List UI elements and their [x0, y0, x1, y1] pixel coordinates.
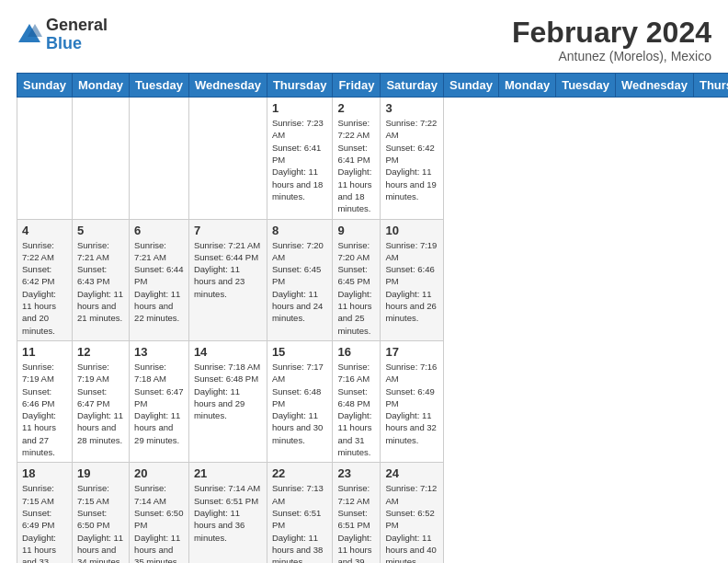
logo-general: General [46, 17, 108, 35]
calendar-cell: 21Sunrise: 7:14 AM Sunset: 6:51 PM Dayli… [188, 463, 267, 563]
day-info: Sunrise: 7:21 AM Sunset: 6:44 PM Dayligh… [134, 239, 184, 325]
day-info: Sunrise: 7:19 AM Sunset: 6:46 PM Dayligh… [385, 239, 438, 325]
logo: General Blue [17, 17, 108, 53]
header: General Blue February 2024 Antunez (More… [17, 17, 711, 63]
page: General Blue February 2024 Antunez (More… [0, 0, 728, 563]
day-info: Sunrise: 7:22 AM Sunset: 6:42 PM Dayligh… [385, 117, 438, 202]
day-info: Sunrise: 7:19 AM Sunset: 6:47 PM Dayligh… [77, 361, 124, 446]
day-number: 17 [385, 345, 438, 359]
day-number: 18 [22, 466, 67, 480]
calendar-cell [130, 98, 189, 219]
day-number: 14 [194, 345, 262, 359]
weekday-header: Saturday [381, 74, 444, 98]
day-info: Sunrise: 7:20 AM Sunset: 6:45 PM Dayligh… [337, 239, 375, 337]
day-info: Sunrise: 7:15 AM Sunset: 6:49 PM Dayligh… [22, 482, 67, 563]
day-info: Sunrise: 7:20 AM Sunset: 6:45 PM Dayligh… [272, 239, 328, 325]
calendar-table: SundayMondayTuesdayWednesdayThursdayFrid… [17, 73, 728, 563]
calendar-cell: 8Sunrise: 7:20 AM Sunset: 6:45 PM Daylig… [267, 219, 333, 340]
calendar-cell: 14Sunrise: 7:18 AM Sunset: 6:48 PM Dayli… [188, 340, 267, 462]
weekday-header: Sunday [444, 74, 499, 98]
calendar-cell: 23Sunrise: 7:12 AM Sunset: 6:51 PM Dayli… [333, 463, 381, 563]
day-number: 11 [22, 345, 67, 359]
day-info: Sunrise: 7:18 AM Sunset: 6:48 PM Dayligh… [194, 361, 262, 421]
calendar-cell: 19Sunrise: 7:15 AM Sunset: 6:50 PM Dayli… [72, 463, 129, 563]
day-number: 7 [194, 224, 262, 237]
day-number: 2 [337, 101, 375, 115]
logo-blue: Blue [46, 35, 108, 53]
calendar-cell: 3Sunrise: 7:22 AM Sunset: 6:42 PM Daylig… [381, 98, 444, 219]
calendar-cell: 15Sunrise: 7:17 AM Sunset: 6:48 PM Dayli… [267, 340, 333, 462]
day-number: 5 [77, 224, 124, 237]
weekday-header: Wednesday [615, 74, 693, 98]
calendar-cell: 12Sunrise: 7:19 AM Sunset: 6:47 PM Dayli… [72, 340, 129, 462]
weekday-header: Thursday [267, 74, 333, 98]
title-block: February 2024 Antunez (Morelos), Mexico [512, 17, 711, 63]
day-info: Sunrise: 7:17 AM Sunset: 6:48 PM Dayligh… [272, 361, 328, 446]
day-number: 10 [385, 224, 438, 237]
day-number: 9 [337, 224, 375, 237]
day-number: 22 [272, 466, 328, 480]
logo-icon [17, 22, 42, 48]
day-number: 20 [134, 466, 184, 480]
day-number: 1 [272, 101, 328, 115]
calendar-cell: 7Sunrise: 7:21 AM Sunset: 6:44 PM Daylig… [188, 219, 267, 340]
day-info: Sunrise: 7:12 AM Sunset: 6:51 PM Dayligh… [337, 482, 375, 563]
calendar-cell: 22Sunrise: 7:13 AM Sunset: 6:51 PM Dayli… [267, 463, 333, 563]
calendar-week-row: 18Sunrise: 7:15 AM Sunset: 6:49 PM Dayli… [17, 463, 729, 563]
calendar-week-row: 1Sunrise: 7:23 AM Sunset: 6:41 PM Daylig… [17, 98, 729, 219]
day-info: Sunrise: 7:14 AM Sunset: 6:50 PM Dayligh… [134, 482, 184, 563]
weekday-header: Friday [333, 74, 381, 98]
calendar-subtitle: Antunez (Morelos), Mexico [512, 49, 711, 63]
calendar-cell: 6Sunrise: 7:21 AM Sunset: 6:44 PM Daylig… [130, 219, 189, 340]
weekday-header: Tuesday [130, 74, 189, 98]
calendar-cell: 4Sunrise: 7:22 AM Sunset: 6:42 PM Daylig… [17, 219, 73, 340]
weekday-header: Monday [72, 74, 129, 98]
day-number: 12 [77, 345, 124, 359]
day-info: Sunrise: 7:16 AM Sunset: 6:49 PM Dayligh… [385, 361, 438, 446]
logo-text: General Blue [46, 17, 108, 53]
day-info: Sunrise: 7:22 AM Sunset: 6:42 PM Dayligh… [22, 239, 67, 337]
day-number: 16 [337, 345, 375, 359]
day-info: Sunrise: 7:22 AM Sunset: 6:41 PM Dayligh… [337, 117, 375, 214]
day-number: 23 [337, 466, 375, 480]
day-info: Sunrise: 7:18 AM Sunset: 6:47 PM Dayligh… [134, 361, 184, 446]
day-info: Sunrise: 7:19 AM Sunset: 6:46 PM Dayligh… [22, 361, 67, 458]
day-number: 24 [385, 466, 438, 480]
day-number: 15 [272, 345, 328, 359]
calendar-week-row: 4Sunrise: 7:22 AM Sunset: 6:42 PM Daylig… [17, 219, 729, 340]
weekday-header: Monday [499, 74, 556, 98]
calendar-cell: 10Sunrise: 7:19 AM Sunset: 6:46 PM Dayli… [381, 219, 444, 340]
calendar-cell: 18Sunrise: 7:15 AM Sunset: 6:49 PM Dayli… [17, 463, 73, 563]
calendar-cell: 20Sunrise: 7:14 AM Sunset: 6:50 PM Dayli… [130, 463, 189, 563]
calendar-cell: 1Sunrise: 7:23 AM Sunset: 6:41 PM Daylig… [267, 98, 333, 219]
day-info: Sunrise: 7:12 AM Sunset: 6:52 PM Dayligh… [385, 482, 438, 563]
calendar-cell: 2Sunrise: 7:22 AM Sunset: 6:41 PM Daylig… [333, 98, 381, 219]
day-number: 8 [272, 224, 328, 237]
calendar-cell: 17Sunrise: 7:16 AM Sunset: 6:49 PM Dayli… [381, 340, 444, 462]
calendar-cell [72, 98, 129, 219]
day-info: Sunrise: 7:14 AM Sunset: 6:51 PM Dayligh… [194, 482, 262, 543]
day-number: 3 [385, 101, 438, 115]
day-number: 13 [134, 345, 184, 359]
day-info: Sunrise: 7:21 AM Sunset: 6:43 PM Dayligh… [77, 239, 124, 325]
weekday-header: Sunday [17, 74, 73, 98]
day-number: 19 [77, 466, 124, 480]
weekday-header: Thursday [693, 74, 728, 98]
day-info: Sunrise: 7:23 AM Sunset: 6:41 PM Dayligh… [272, 117, 328, 202]
day-info: Sunrise: 7:21 AM Sunset: 6:44 PM Dayligh… [194, 239, 262, 300]
calendar-title: February 2024 [512, 17, 711, 49]
day-number: 4 [22, 224, 67, 237]
calendar-week-row: 11Sunrise: 7:19 AM Sunset: 6:46 PM Dayli… [17, 340, 729, 462]
day-info: Sunrise: 7:15 AM Sunset: 6:50 PM Dayligh… [77, 482, 124, 563]
calendar-cell: 24Sunrise: 7:12 AM Sunset: 6:52 PM Dayli… [381, 463, 444, 563]
weekday-header: Tuesday [556, 74, 616, 98]
calendar-cell [17, 98, 73, 219]
day-info: Sunrise: 7:13 AM Sunset: 6:51 PM Dayligh… [272, 482, 328, 563]
calendar-cell: 9Sunrise: 7:20 AM Sunset: 6:45 PM Daylig… [333, 219, 381, 340]
calendar-cell: 13Sunrise: 7:18 AM Sunset: 6:47 PM Dayli… [130, 340, 189, 462]
calendar-cell: 11Sunrise: 7:19 AM Sunset: 6:46 PM Dayli… [17, 340, 73, 462]
header-row: SundayMondayTuesdayWednesdayThursdayFrid… [17, 74, 729, 98]
calendar-cell: 16Sunrise: 7:16 AM Sunset: 6:48 PM Dayli… [333, 340, 381, 462]
weekday-header: Wednesday [188, 74, 267, 98]
calendar-cell: 5Sunrise: 7:21 AM Sunset: 6:43 PM Daylig… [72, 219, 129, 340]
